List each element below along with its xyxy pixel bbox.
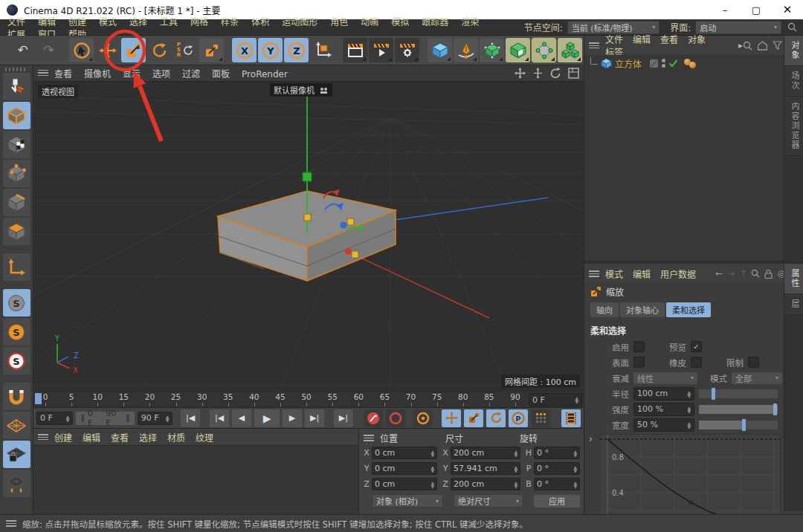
next-key-button[interactable]: ▶| (305, 409, 324, 427)
material-list-area[interactable] (33, 446, 358, 514)
viewport-menu-item[interactable]: 面板 (212, 69, 230, 80)
radius-slider[interactable] (699, 389, 778, 398)
curve-expander-icon[interactable]: › (589, 434, 599, 444)
object-menu-item[interactable]: 对象 (688, 35, 706, 45)
history-forward-icon[interactable]: → (727, 268, 735, 279)
material-menu-item[interactable]: 编辑 (83, 433, 100, 444)
object-tree[interactable]: 立方体 (584, 55, 784, 261)
menu-item[interactable]: 体积 (251, 17, 269, 27)
viewport-solo-off-button[interactable]: S (3, 289, 30, 317)
search-icon[interactable] (787, 22, 797, 32)
size-mode-select[interactable]: 绝对尺寸▾ (454, 494, 523, 507)
end-frame-spinner[interactable]: 90 F ▲▼ (138, 412, 173, 425)
frame-range-slider[interactable]: ‖ 0 F 90 F ‖ (76, 412, 134, 425)
timeline-mode-button[interactable] (561, 409, 581, 427)
spinner-arrows-icon[interactable]: ▲▼ (161, 415, 170, 422)
viewport-solo-single-button[interactable]: S (3, 318, 30, 346)
status-menu-icon[interactable] (6, 520, 16, 527)
viewport-solo-hierarchy-button[interactable]: S (3, 347, 30, 374)
preview-checkbox[interactable]: ✓ (691, 341, 702, 352)
coordinates-menu-icon[interactable] (364, 435, 374, 441)
search-icon[interactable] (751, 269, 760, 278)
apply-button[interactable]: 应用 (534, 495, 580, 507)
rotation-field[interactable]: 0 °▲▼ (534, 478, 580, 490)
move-tool-button[interactable] (95, 38, 120, 62)
attribute-menu-icon[interactable] (589, 270, 599, 277)
layer-toggle-icon[interactable] (649, 59, 659, 68)
camera-label[interactable]: 默认摄像机 (270, 83, 332, 97)
menu-item[interactable]: 创建 (68, 17, 86, 27)
menu-item[interactable]: 动画 (361, 17, 378, 27)
palette-grip[interactable] (5, 68, 28, 71)
viewport-menu-item[interactable]: 选项 (152, 69, 170, 80)
object-row-cube[interactable]: 立方体 (584, 55, 784, 71)
scale-tool-button[interactable] (121, 38, 146, 62)
menu-item[interactable]: 角色 (330, 17, 348, 27)
parent-icon[interactable]: ↑ (739, 268, 746, 279)
minimize-button[interactable]: – (709, 0, 741, 19)
interface-select[interactable]: 启动 ▾ (695, 21, 781, 34)
menu-item[interactable]: 文件 (7, 17, 25, 27)
menu-item[interactable]: 网格 (190, 17, 208, 27)
limit-checkbox[interactable] (748, 357, 759, 368)
strength-slider[interactable] (699, 405, 778, 414)
menu-item[interactable]: 工具 (160, 17, 178, 27)
tab-attributes[interactable]: 属性 (784, 264, 803, 294)
history-back-icon[interactable]: ← (715, 268, 723, 279)
record-keyframe-button[interactable] (364, 409, 383, 427)
last-used-tool-button[interactable] (199, 38, 224, 62)
keyframe-selection-button[interactable] (413, 409, 433, 427)
material-menu-item[interactable]: 选择 (139, 433, 157, 444)
pan-view-icon[interactable] (515, 68, 526, 79)
redo-button[interactable]: ↷ (36, 38, 61, 62)
mograph-cloner-button[interactable] (558, 38, 582, 62)
enable-snap-button[interactable] (3, 383, 30, 410)
add-cube-primitive-button[interactable] (428, 38, 452, 62)
viewport-menu-item[interactable]: 查看 (54, 69, 72, 80)
viewport-menu-icon[interactable] (38, 70, 48, 77)
volume-builder-button[interactable] (506, 38, 530, 62)
prev-frame-button[interactable]: ◀ (232, 409, 251, 427)
render-view-button[interactable] (343, 38, 367, 62)
size-field[interactable]: 200 cm▲▼ (451, 447, 520, 459)
tab-layers[interactable]: 层 (784, 294, 803, 315)
zoom-view-icon[interactable] (532, 68, 544, 79)
object-manager-menu-icon[interactable] (589, 42, 599, 49)
polygon-mode-button[interactable] (3, 218, 30, 245)
mode-select[interactable]: 全部▾ (732, 372, 782, 384)
tab-object-axis[interactable]: 对象轴心 (620, 302, 665, 317)
close-button[interactable]: ✕ (772, 0, 803, 19)
goto-end-button[interactable]: ▶| (334, 409, 353, 427)
search-icon[interactable] (743, 41, 752, 51)
make-editable-button[interactable] (3, 73, 30, 100)
curve-point[interactable] (688, 500, 692, 504)
home-icon[interactable] (758, 41, 767, 51)
fields-button[interactable] (532, 38, 556, 62)
lock-y-axis-button[interactable]: Y (258, 38, 283, 62)
menu-item[interactable]: 选择 (129, 17, 147, 27)
lock-icon[interactable] (764, 269, 773, 279)
menu-item[interactable]: 模拟 (391, 17, 409, 27)
position-field[interactable]: 0 cm▲▼ (372, 447, 437, 459)
spinner-arrows-icon[interactable]: ▲▼ (570, 396, 578, 403)
edge-mode-button[interactable] (3, 189, 30, 216)
render-to-picture-viewer-button[interactable] (369, 38, 393, 62)
x-handle[interactable] (345, 248, 352, 255)
key-position-button[interactable] (442, 409, 461, 427)
object-menu-item[interactable]: 查看 (660, 35, 678, 45)
phong-tag-icon[interactable] (684, 59, 696, 68)
undo-button[interactable]: ↶ (10, 38, 35, 62)
menu-item[interactable]: 渲染 (461, 17, 479, 27)
tab-soft-selection[interactable]: 柔和选择 (666, 302, 711, 317)
next-frame-button[interactable]: ▶ (283, 409, 302, 427)
texture-mode-button[interactable] (3, 131, 30, 158)
object-name[interactable]: 立方体 (615, 57, 642, 70)
prev-key-button[interactable]: |◀ (210, 409, 229, 427)
planar-workplane-button[interactable] (3, 470, 30, 497)
viewport-menu-item[interactable]: ProRender (242, 69, 288, 80)
menu-item[interactable]: 编辑 (38, 17, 56, 27)
size-field[interactable]: 200 cm▲▼ (451, 478, 520, 490)
autokey-button[interactable] (386, 409, 405, 427)
goto-start-button[interactable]: |◀ (181, 409, 200, 427)
workplane-button[interactable] (3, 412, 30, 439)
